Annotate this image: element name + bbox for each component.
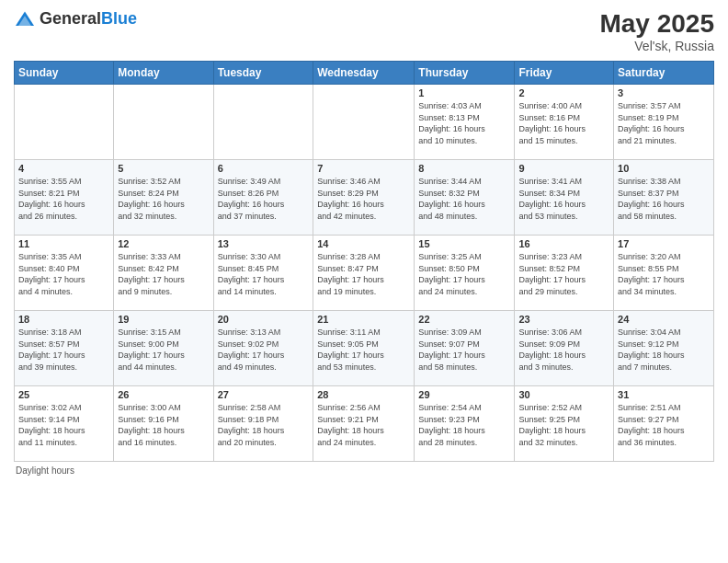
day-detail: Sunrise: 2:54 AM Sunset: 9:23 PM Dayligh… <box>418 402 510 448</box>
calendar-cell: 24Sunrise: 3:04 AM Sunset: 9:12 PM Dayli… <box>614 311 714 386</box>
day-detail: Sunrise: 3:09 AM Sunset: 9:07 PM Dayligh… <box>418 327 510 373</box>
week-row-3: 11Sunrise: 3:35 AM Sunset: 8:40 PM Dayli… <box>15 236 714 311</box>
day-number: 7 <box>317 163 410 174</box>
calendar-cell: 7Sunrise: 3:46 AM Sunset: 8:29 PM Daylig… <box>313 160 415 236</box>
week-row-1: 1Sunrise: 4:03 AM Sunset: 8:13 PM Daylig… <box>15 85 714 160</box>
calendar-cell: 9Sunrise: 3:41 AM Sunset: 8:34 PM Daylig… <box>515 160 614 236</box>
day-detail: Sunrise: 3:52 AM Sunset: 8:24 PM Dayligh… <box>118 176 209 222</box>
day-number: 12 <box>118 238 209 249</box>
day-detail: Sunrise: 2:56 AM Sunset: 9:21 PM Dayligh… <box>317 402 410 448</box>
calendar-cell <box>114 85 213 160</box>
day-number: 20 <box>218 314 310 325</box>
weekday-header-saturday: Saturday <box>614 62 714 85</box>
calendar-cell: 18Sunrise: 3:18 AM Sunset: 8:57 PM Dayli… <box>15 311 114 386</box>
week-row-5: 25Sunrise: 3:02 AM Sunset: 9:14 PM Dayli… <box>15 386 714 462</box>
day-number: 29 <box>418 389 510 400</box>
day-number: 6 <box>218 163 310 174</box>
day-detail: Sunrise: 2:52 AM Sunset: 9:25 PM Dayligh… <box>518 402 609 448</box>
week-row-2: 4Sunrise: 3:55 AM Sunset: 8:21 PM Daylig… <box>15 160 714 236</box>
calendar-cell: 2Sunrise: 4:00 AM Sunset: 8:16 PM Daylig… <box>515 85 614 160</box>
generalblue-icon <box>14 10 36 29</box>
calendar-cell <box>15 85 114 160</box>
day-detail: Sunrise: 3:41 AM Sunset: 8:34 PM Dayligh… <box>518 176 609 222</box>
calendar-cell: 10Sunrise: 3:38 AM Sunset: 8:37 PM Dayli… <box>614 160 714 236</box>
calendar-cell: 26Sunrise: 3:00 AM Sunset: 9:16 PM Dayli… <box>114 386 213 462</box>
day-detail: Sunrise: 3:18 AM Sunset: 8:57 PM Dayligh… <box>18 327 109 373</box>
weekday-header-wednesday: Wednesday <box>313 62 415 85</box>
day-number: 10 <box>618 163 710 174</box>
day-number: 21 <box>317 314 410 325</box>
day-number: 27 <box>218 389 310 400</box>
day-number: 13 <box>218 238 310 249</box>
calendar-cell: 1Sunrise: 4:03 AM Sunset: 8:13 PM Daylig… <box>415 85 515 160</box>
day-detail: Sunrise: 3:06 AM Sunset: 9:09 PM Dayligh… <box>518 327 609 373</box>
day-detail: Sunrise: 2:51 AM Sunset: 9:27 PM Dayligh… <box>618 402 710 448</box>
day-detail: Sunrise: 3:13 AM Sunset: 9:02 PM Dayligh… <box>218 327 310 373</box>
day-detail: Sunrise: 3:44 AM Sunset: 8:32 PM Dayligh… <box>418 176 510 222</box>
calendar-cell: 5Sunrise: 3:52 AM Sunset: 8:24 PM Daylig… <box>114 160 213 236</box>
day-number: 19 <box>118 314 209 325</box>
weekday-header-sunday: Sunday <box>15 62 114 85</box>
calendar-cell: 21Sunrise: 3:11 AM Sunset: 9:05 PM Dayli… <box>313 311 415 386</box>
logo: GeneralBlue <box>14 9 137 29</box>
calendar-cell: 22Sunrise: 3:09 AM Sunset: 9:07 PM Dayli… <box>415 311 515 386</box>
calendar-cell: 4Sunrise: 3:55 AM Sunset: 8:21 PM Daylig… <box>15 160 114 236</box>
day-number: 2 <box>518 87 609 98</box>
day-detail: Sunrise: 3:25 AM Sunset: 8:50 PM Dayligh… <box>418 251 510 297</box>
day-number: 31 <box>618 389 710 400</box>
day-number: 15 <box>418 238 510 249</box>
calendar-cell: 25Sunrise: 3:02 AM Sunset: 9:14 PM Dayli… <box>15 386 114 462</box>
weekday-header-tuesday: Tuesday <box>213 62 313 85</box>
day-detail: Sunrise: 3:11 AM Sunset: 9:05 PM Dayligh… <box>317 327 410 373</box>
day-number: 16 <box>518 238 609 249</box>
calendar-cell: 19Sunrise: 3:15 AM Sunset: 9:00 PM Dayli… <box>114 311 213 386</box>
day-detail: Sunrise: 4:03 AM Sunset: 8:13 PM Dayligh… <box>418 100 510 146</box>
day-detail: Sunrise: 3:57 AM Sunset: 8:19 PM Dayligh… <box>618 100 710 146</box>
page: GeneralBlue May 2025 Vel'sk, Russia Sund… <box>0 0 728 563</box>
day-number: 22 <box>418 314 510 325</box>
footer: Daylight hours <box>14 465 714 476</box>
calendar-cell: 6Sunrise: 3:49 AM Sunset: 8:26 PM Daylig… <box>213 160 313 236</box>
day-detail: Sunrise: 3:49 AM Sunset: 8:26 PM Dayligh… <box>218 176 310 222</box>
day-detail: Sunrise: 3:30 AM Sunset: 8:45 PM Dayligh… <box>218 251 310 297</box>
calendar-cell: 17Sunrise: 3:20 AM Sunset: 8:55 PM Dayli… <box>614 236 714 311</box>
day-number: 9 <box>518 163 609 174</box>
calendar-cell: 23Sunrise: 3:06 AM Sunset: 9:09 PM Dayli… <box>515 311 614 386</box>
location-subtitle: Vel'sk, Russia <box>599 39 714 53</box>
calendar-cell: 14Sunrise: 3:28 AM Sunset: 8:47 PM Dayli… <box>313 236 415 311</box>
day-number: 17 <box>618 238 710 249</box>
day-detail: Sunrise: 3:35 AM Sunset: 8:40 PM Dayligh… <box>18 251 109 297</box>
day-number: 8 <box>418 163 510 174</box>
day-number: 24 <box>618 314 710 325</box>
weekday-header-thursday: Thursday <box>415 62 515 85</box>
day-number: 25 <box>18 389 109 400</box>
day-number: 1 <box>418 87 510 98</box>
calendar-cell: 27Sunrise: 2:58 AM Sunset: 9:18 PM Dayli… <box>213 386 313 462</box>
calendar-cell <box>213 85 313 160</box>
calendar-cell: 8Sunrise: 3:44 AM Sunset: 8:32 PM Daylig… <box>415 160 515 236</box>
weekday-header-row: SundayMondayTuesdayWednesdayThursdayFrid… <box>15 62 714 85</box>
calendar-cell <box>313 85 415 160</box>
calendar-cell: 11Sunrise: 3:35 AM Sunset: 8:40 PM Dayli… <box>15 236 114 311</box>
day-detail: Sunrise: 2:58 AM Sunset: 9:18 PM Dayligh… <box>218 402 310 448</box>
day-number: 3 <box>618 87 710 98</box>
calendar-cell: 20Sunrise: 3:13 AM Sunset: 9:02 PM Dayli… <box>213 311 313 386</box>
day-detail: Sunrise: 3:02 AM Sunset: 9:14 PM Dayligh… <box>18 402 109 448</box>
day-number: 30 <box>518 389 609 400</box>
day-detail: Sunrise: 3:55 AM Sunset: 8:21 PM Dayligh… <box>18 176 109 222</box>
day-number: 5 <box>118 163 209 174</box>
calendar-cell: 3Sunrise: 3:57 AM Sunset: 8:19 PM Daylig… <box>614 85 714 160</box>
day-detail: Sunrise: 3:00 AM Sunset: 9:16 PM Dayligh… <box>118 402 209 448</box>
logo-general-text: GeneralBlue <box>40 9 137 29</box>
day-number: 18 <box>18 314 109 325</box>
day-detail: Sunrise: 3:04 AM Sunset: 9:12 PM Dayligh… <box>618 327 710 373</box>
weekday-header-friday: Friday <box>515 62 614 85</box>
calendar-cell: 15Sunrise: 3:25 AM Sunset: 8:50 PM Dayli… <box>415 236 515 311</box>
day-number: 26 <box>118 389 209 400</box>
day-detail: Sunrise: 3:46 AM Sunset: 8:29 PM Dayligh… <box>317 176 410 222</box>
calendar-cell: 29Sunrise: 2:54 AM Sunset: 9:23 PM Dayli… <box>415 386 515 462</box>
day-number: 23 <box>518 314 609 325</box>
calendar-cell: 30Sunrise: 2:52 AM Sunset: 9:25 PM Dayli… <box>515 386 614 462</box>
week-row-4: 18Sunrise: 3:18 AM Sunset: 8:57 PM Dayli… <box>15 311 714 386</box>
day-detail: Sunrise: 3:23 AM Sunset: 8:52 PM Dayligh… <box>518 251 609 297</box>
